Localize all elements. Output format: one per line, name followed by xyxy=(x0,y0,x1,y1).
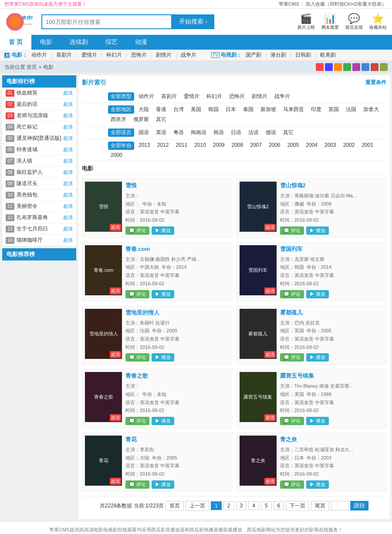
page-1[interactable]: 1 xyxy=(211,501,222,510)
year-option[interactable]: 2003 xyxy=(322,142,339,150)
play-button[interactable]: ▶ 播放 xyxy=(152,226,174,235)
year-option[interactable]: 全部年份 xyxy=(108,142,134,150)
review-button[interactable]: 💬 评论 xyxy=(125,417,149,425)
year-option[interactable]: 2002 xyxy=(341,142,358,150)
share-icon-8[interactable] xyxy=(380,63,388,71)
lang-option[interactable]: 全部语言 xyxy=(108,128,134,137)
movie-title[interactable]: 雪国列车 xyxy=(280,245,384,253)
header-icon-popular[interactable]: 📊 网友最爱 xyxy=(320,13,340,30)
region-option[interactable]: 法国 xyxy=(343,105,359,114)
search-button[interactable]: 开始搜索 › xyxy=(172,14,214,29)
sub-nav-horror[interactable]: 恐怖片 xyxy=(131,51,147,59)
sub-nav-kr[interactable]: 日韩剧 xyxy=(295,51,311,59)
page-prev[interactable]: 上一页 xyxy=(186,501,209,511)
movie-poster[interactable]: 雪山惊魂2 超清 xyxy=(240,182,277,232)
play-button[interactable]: ▶ 播放 xyxy=(306,480,329,489)
reset-conditions[interactable]: 重置条件 xyxy=(365,79,386,87)
page-input[interactable] xyxy=(331,501,348,510)
rank-item[interactable]: 05 通灵神探[普通话版] 超清 xyxy=(2,133,76,144)
movie-poster[interactable]: 露营五号续集 超清 xyxy=(240,372,277,422)
region-option[interactable]: 台湾 xyxy=(171,105,186,114)
lang-option[interactable]: 闽南语 xyxy=(188,128,209,137)
movie-poster[interactable]: 雪恨 超清 xyxy=(85,182,122,232)
review-button[interactable]: 💬 评论 xyxy=(280,226,304,235)
region-option[interactable]: 马来西亚 xyxy=(280,105,307,114)
movie-title[interactable]: 青花 xyxy=(125,436,229,443)
page-first[interactable]: 首页 xyxy=(166,501,184,511)
lang-option[interactable]: 日语 xyxy=(228,128,244,137)
movie-poster[interactable]: 青花 超清 xyxy=(85,436,122,486)
genre-option[interactable]: 科幻片 xyxy=(204,92,225,101)
year-option[interactable]: 2008 xyxy=(229,142,246,150)
rank-item[interactable]: 11 美丽密令 超清 xyxy=(2,201,76,212)
nav-animation[interactable]: 动漫 xyxy=(126,35,156,50)
movie-title[interactable]: 雾都孤儿 xyxy=(280,309,384,317)
lang-option[interactable]: 德语 xyxy=(263,128,279,137)
movie-poster[interactable]: 青之炎 超清 xyxy=(240,436,277,486)
genre-option[interactable]: 战争片 xyxy=(272,92,293,101)
rank-item[interactable]: 12 扎布罗斯基角 超清 xyxy=(2,212,76,223)
region-option[interactable]: 泰国 xyxy=(240,105,256,114)
sub-nav-action[interactable]: 动作片 xyxy=(31,51,47,59)
play-button[interactable]: ▶ 播放 xyxy=(152,480,174,489)
rank-item[interactable]: 09 隧道尽头 超清 xyxy=(2,178,76,189)
movie-title[interactable]: 雪恨 xyxy=(125,182,229,189)
lang-option[interactable]: 国语 xyxy=(136,128,152,137)
nav-movie[interactable]: 电影 xyxy=(31,35,61,50)
share-icon-6[interactable] xyxy=(362,63,369,71)
search-input[interactable] xyxy=(41,14,172,29)
year-option[interactable]: 2006 xyxy=(266,142,283,150)
movie-title[interactable]: 青春.com xyxy=(125,245,229,253)
play-button[interactable]: ▶ 播放 xyxy=(306,290,329,298)
region-option[interactable]: 加拿大 xyxy=(361,105,382,114)
rank-item[interactable]: 04 死亡标记 超清 xyxy=(2,122,76,133)
rank-item[interactable]: 01 铁血精英 超清 xyxy=(2,88,76,99)
rank-item[interactable]: 06 特务迷城 超清 xyxy=(2,144,76,155)
rank-item[interactable]: 08 疯狂监护人 超清 xyxy=(2,167,76,178)
movie-title[interactable]: 雪山惊魂2 xyxy=(280,182,384,189)
year-option[interactable]: 2007 xyxy=(247,142,264,150)
lang-option[interactable]: 粤语 xyxy=(171,128,186,137)
play-button[interactable]: ▶ 播放 xyxy=(152,353,174,362)
movie-title[interactable]: 露营五号续集 xyxy=(280,372,384,380)
play-button[interactable]: ▶ 播放 xyxy=(306,353,329,362)
movie-title[interactable]: 青春之歌 xyxy=(125,372,229,380)
region-option[interactable]: 印度 xyxy=(308,105,324,114)
sub-nav-war[interactable]: 战争片 xyxy=(181,51,196,59)
top-bar-link-2[interactable]: 加入收藏（同时按Ctrl+D有重大惊喜） xyxy=(306,1,386,7)
sub-nav-scifi[interactable]: 科幻片 xyxy=(106,51,122,59)
year-option[interactable]: 2009 xyxy=(210,142,227,150)
share-icon-1[interactable] xyxy=(316,63,324,71)
sub-nav-hktw[interactable]: 港台剧 xyxy=(270,51,286,59)
genre-option[interactable]: 喜剧片 xyxy=(159,92,179,101)
play-button[interactable]: ▶ 播放 xyxy=(152,417,174,425)
lang-option[interactable]: 其它 xyxy=(280,128,296,137)
sub-nav-eu[interactable]: 欧美剧 xyxy=(320,51,336,59)
year-option[interactable]: 2010 xyxy=(192,142,209,150)
region-option[interactable]: 大陆 xyxy=(136,105,152,114)
header-icon-new[interactable]: 🎬 新片上映 xyxy=(296,13,316,30)
page-5[interactable]: 5 xyxy=(261,501,272,510)
share-icon-3[interactable] xyxy=(334,63,342,71)
nav-variety[interactable]: 综艺 xyxy=(97,35,126,50)
review-button[interactable]: 💬 评论 xyxy=(280,480,304,489)
page-2[interactable]: 2 xyxy=(223,501,234,510)
movie-poster[interactable]: 青春.com 超清 xyxy=(85,245,122,295)
nav-series[interactable]: 连续剧 xyxy=(61,35,97,50)
region-option[interactable]: 其它 xyxy=(153,115,169,124)
region-option[interactable]: 西班牙 xyxy=(108,115,129,124)
play-button[interactable]: ▶ 播放 xyxy=(306,226,329,235)
review-button[interactable]: 💬 评论 xyxy=(125,226,149,235)
review-button[interactable]: 💬 评论 xyxy=(280,290,304,298)
page-last[interactable]: 尾页 xyxy=(311,501,329,511)
genre-option[interactable]: 爱情片 xyxy=(181,92,202,101)
play-button[interactable]: ▶ 播放 xyxy=(152,290,174,298)
rank-item[interactable]: 03 老师与流浪猫 超清 xyxy=(2,110,76,122)
genre-option[interactable]: 恐怖片 xyxy=(226,92,247,101)
region-option[interactable]: 俄罗斯 xyxy=(131,115,152,124)
movie-title[interactable]: 雪地里的情人 xyxy=(125,309,229,317)
region-option[interactable]: 日本 xyxy=(223,105,239,114)
movie-title[interactable]: 青之炎 xyxy=(280,436,384,443)
rank-item[interactable]: 14 猫咪咖啡厅 超清 xyxy=(2,235,76,246)
rank-item[interactable]: 10 黑色钱包 超清 xyxy=(2,189,76,201)
